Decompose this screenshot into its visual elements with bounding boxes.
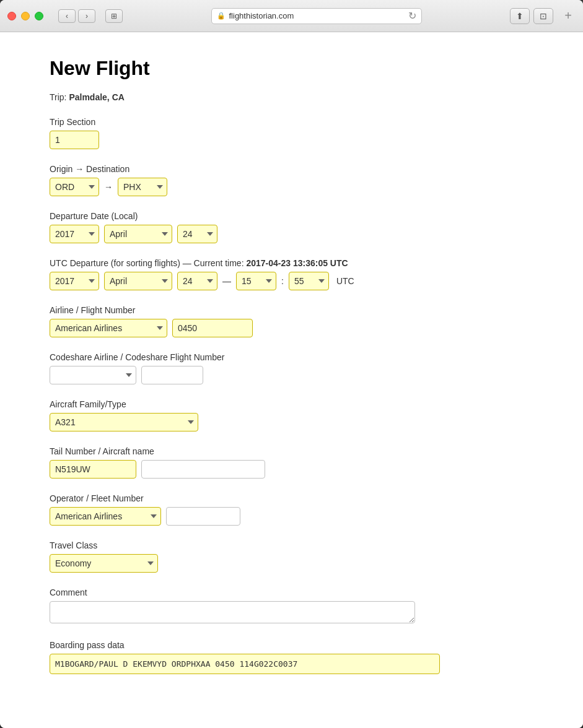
utc-departure-row: 2017 April 24 — 15 : 55 UTC: [50, 272, 533, 290]
airline-select[interactable]: American Airlines: [50, 319, 167, 337]
utc-suffix: UTC: [336, 276, 354, 286]
codeshare-label: Codeshare Airline / Codeshare Flight Num…: [50, 352, 533, 362]
trip-section-group: Trip Section: [50, 117, 533, 149]
url-text: flighthistorian.com: [229, 11, 294, 20]
boarding-pass-value[interactable]: M1BOGARD/PAUL D EKEMVYD ORDPHXAA 0450 11…: [50, 654, 440, 674]
tab-view-button[interactable]: ⊞: [105, 9, 123, 23]
back-button[interactable]: ‹: [58, 9, 76, 23]
share-button[interactable]: ⬆: [510, 8, 530, 24]
aircraft-group: Aircraft Family/Type A321: [50, 399, 533, 431]
nav-buttons: ‹ ›: [58, 9, 95, 23]
codeshare-group: Codeshare Airline / Codeshare Flight Num…: [50, 352, 533, 384]
utc-departure-label: UTC Departure (for sorting flights) — Cu…: [50, 258, 533, 268]
forward-button[interactable]: ›: [78, 9, 95, 23]
titlebar: ‹ › ⊞ 🔒 flighthistorian.com ↻ ⬆ ⊡ +: [0, 0, 583, 32]
colon-separator: :: [281, 276, 284, 286]
trip-section-input[interactable]: [50, 131, 99, 149]
operator-select[interactable]: American Airlines: [50, 507, 161, 526]
codeshare-airline-select[interactable]: [50, 366, 136, 384]
address-bar[interactable]: 🔒 flighthistorian.com ↻: [211, 8, 422, 24]
origin-destination-label: Origin → Destination: [50, 164, 533, 174]
tail-number-label: Tail Number / Aircraft name: [50, 446, 533, 456]
utc-year-select[interactable]: 2017: [50, 272, 99, 290]
lock-icon: 🔒: [217, 12, 226, 20]
codeshare-row: [50, 366, 533, 384]
airline-flight-row: American Airlines: [50, 319, 533, 337]
airline-flight-group: Airline / Flight Number American Airline…: [50, 305, 533, 337]
trip-location: Palmdale, CA: [69, 92, 124, 102]
comment-group: Comment: [50, 587, 533, 625]
utc-month-select[interactable]: April: [104, 272, 172, 290]
address-bar-wrapper: 🔒 flighthistorian.com ↻: [128, 8, 505, 24]
departure-date-label: Departure Date (Local): [50, 211, 533, 221]
utc-departure-group: UTC Departure (for sorting flights) — Cu…: [50, 258, 533, 290]
destination-select[interactable]: PHX: [118, 178, 167, 196]
utc-minute-select[interactable]: 55: [289, 272, 329, 290]
tail-number-row: [50, 460, 533, 479]
departure-day-select[interactable]: 24: [177, 225, 217, 243]
toolbar-right: ⬆ ⊡: [510, 8, 553, 24]
maximize-button[interactable]: [35, 12, 43, 20]
utc-hour-select[interactable]: 15: [236, 272, 276, 290]
departure-date-row: 2017 April 24: [50, 225, 533, 243]
origin-destination-row: ORD → PHX: [50, 178, 533, 196]
arrow-text: →: [104, 182, 113, 192]
airline-flight-label: Airline / Flight Number: [50, 305, 533, 315]
operator-row: American Airlines: [50, 507, 533, 526]
travel-class-select[interactable]: Economy: [50, 554, 158, 573]
close-button[interactable]: [7, 12, 16, 20]
aircraft-label: Aircraft Family/Type: [50, 399, 533, 409]
tail-number-input[interactable]: [50, 460, 136, 479]
fleet-number-input[interactable]: [166, 507, 240, 526]
codeshare-flight-input[interactable]: [141, 366, 203, 384]
dash-separator: —: [222, 276, 231, 286]
aircraft-select[interactable]: A321: [50, 413, 198, 431]
new-tab-button[interactable]: +: [561, 9, 576, 24]
aircraft-name-input[interactable]: [141, 460, 265, 479]
page-content: New Flight Trip: Palmdale, CA Trip Secti…: [0, 32, 583, 728]
departure-date-group: Departure Date (Local) 2017 April 24: [50, 211, 533, 243]
trip-info: Trip: Palmdale, CA: [50, 92, 533, 102]
utc-label-prefix: UTC Departure (for sorting flights) — Cu…: [50, 258, 244, 268]
travel-class-group: Travel Class Economy: [50, 540, 533, 573]
browser-window: ‹ › ⊞ 🔒 flighthistorian.com ↻ ⬆ ⊡ + New …: [0, 0, 583, 728]
travel-class-label: Travel Class: [50, 540, 533, 550]
origin-destination-group: Origin → Destination ORD → PHX: [50, 164, 533, 196]
trip-label-prefix: Trip:: [50, 92, 66, 102]
departure-month-select[interactable]: April: [104, 225, 172, 243]
traffic-lights: [7, 12, 43, 20]
comment-textarea[interactable]: [50, 601, 415, 623]
departure-year-select[interactable]: 2017: [50, 225, 99, 243]
utc-current-time: 2017-04-23 13:36:05 UTC: [246, 258, 348, 268]
boarding-pass-group: Boarding pass data M1BOGARD/PAUL D EKEMV…: [50, 640, 533, 674]
utc-day-select[interactable]: 24: [177, 272, 217, 290]
minimize-button[interactable]: [21, 12, 30, 20]
refresh-icon[interactable]: ↻: [408, 10, 416, 22]
operator-group: Operator / Fleet Number American Airline…: [50, 493, 533, 526]
origin-select[interactable]: ORD: [50, 178, 99, 196]
trip-section-label: Trip Section: [50, 117, 533, 127]
page-title: New Flight: [50, 57, 533, 80]
comment-label: Comment: [50, 587, 533, 597]
boarding-pass-label: Boarding pass data: [50, 640, 533, 650]
operator-label: Operator / Fleet Number: [50, 493, 533, 503]
reader-button[interactable]: ⊡: [533, 8, 553, 24]
tail-number-group: Tail Number / Aircraft name: [50, 446, 533, 479]
flight-number-input[interactable]: [172, 319, 253, 337]
